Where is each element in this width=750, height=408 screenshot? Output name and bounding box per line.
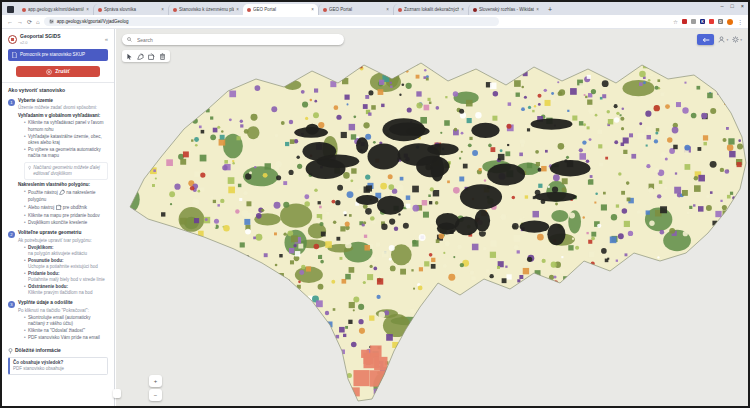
geological-map[interactable]: [116, 29, 750, 408]
cancel-button[interactable]: Zrušiť: [16, 66, 100, 77]
url-text: app.geology.sk/gportal/VyjadGeolog: [57, 19, 129, 24]
important-info-heading: Dôležité informácie: [8, 347, 108, 354]
bullet: PDF stanovisko Vám príde na email: [24, 335, 108, 341]
forward-icon[interactable]: →: [17, 19, 23, 25]
browser-tab-active[interactable]: GEO Portal ×: [243, 4, 318, 15]
tab-title: GEO Portal: [329, 7, 384, 12]
back-icon[interactable]: ←: [7, 19, 13, 25]
step-number: 3: [8, 301, 15, 308]
lightbulb-icon: [28, 165, 31, 171]
cancel-button-label: Zrušiť: [55, 68, 70, 75]
tab-close-icon[interactable]: ×: [386, 7, 389, 12]
draw-polygon-icon: [59, 189, 65, 197]
chevron-down-icon: ▾: [726, 38, 728, 42]
extension-icon[interactable]: D: [718, 19, 723, 24]
browser-menu-icon[interactable]: ⋮: [737, 18, 743, 25]
draw-toolbar: [122, 50, 170, 62]
tab-favicon: [323, 8, 327, 12]
extension-icon[interactable]: [691, 19, 696, 24]
map-canvas[interactable]: ▾ ▾ + −: [116, 29, 748, 406]
profile-avatar[interactable]: [727, 19, 733, 25]
draw-polygon-tool-icon[interactable]: [136, 52, 145, 61]
collapse-sidebar-icon[interactable]: «: [105, 35, 108, 43]
home-icon[interactable]: ⌂: [36, 19, 40, 25]
settings-menu[interactable]: ▾: [732, 36, 742, 43]
user-menu[interactable]: ▾: [718, 36, 728, 43]
extension-icon[interactable]: [709, 19, 714, 24]
important-info-label: Dôležité informácie: [15, 347, 61, 354]
step2-items: Dvojklikom:na polygón aktivujete editáci…: [18, 245, 105, 297]
address-toolbar: ← → ⟳ ⌂ app.geology.sk/gportal/VyjadGeol…: [2, 15, 748, 29]
tab-close-icon[interactable]: ×: [86, 7, 89, 12]
edit-item: Odstránenie bodu:Kliknite pravým tlačidl…: [24, 284, 105, 296]
arrow-left-icon: [702, 37, 710, 43]
gear-icon: [732, 36, 739, 43]
browser-tab[interactable]: Slovenský rozhlas - Wikidata ×: [468, 4, 543, 15]
draw-rectangle-tool-icon[interactable]: [147, 52, 156, 61]
new-tab-button[interactable]: +: [548, 6, 552, 13]
browser-actions: ☆ K D ⋮: [673, 18, 743, 25]
zoom-control: + −: [149, 375, 162, 401]
edit-item: Posunutie bodu:Uchopte a potiahnite exis…: [24, 258, 105, 270]
map-search[interactable]: [122, 34, 344, 45]
browser-tab[interactable]: Správa slovníka ×: [93, 4, 168, 15]
method2-bullets: Použite nástroj na nakreslenie polygónu …: [18, 189, 108, 226]
address-bar[interactable]: app.geology.sk/gportal/VyjadGeolog: [44, 17, 499, 26]
partial-control-button[interactable]: [113, 389, 121, 398]
bullet: Kliknite na "Odoslať žiadosť": [24, 328, 108, 334]
step-intro: Ak potrebujete upraviť tvar polygónu:: [18, 238, 105, 244]
bullet: Kliknite na vyhľadávací panel v ľavom ho…: [24, 120, 108, 132]
tab-favicon: [247, 8, 251, 12]
tab-title: Slovenský rozhlas - Wikidata: [479, 7, 534, 12]
extension-icon[interactable]: K: [700, 19, 705, 24]
result-info-box: Čo obsahuje výsledok? PDF stanovisko obs…: [8, 357, 108, 375]
window-icon: [7, 6, 14, 13]
helper-banner[interactable]: Pomocník pre stanovisko SKUP: [8, 49, 108, 61]
window-controls: – □ ×: [720, 3, 744, 9]
delete-tool-icon[interactable]: [158, 52, 167, 61]
browser-tab[interactable]: GEO Portal ×: [318, 4, 393, 15]
search-input[interactable]: [135, 36, 339, 44]
help-sidebar: Geoportal SGIDS v2.0 « Pomocník pre stan…: [2, 29, 115, 406]
divider: [2, 82, 114, 83]
browser-tab[interactable]: Stanovisko k územnému plánu ×: [168, 4, 243, 15]
tab-close-icon[interactable]: ×: [536, 7, 539, 12]
tab-title: GEO Portal: [253, 7, 309, 12]
close-button[interactable]: ×: [741, 3, 744, 9]
tab-favicon: [173, 8, 177, 12]
zoom-in-button[interactable]: +: [149, 375, 162, 387]
tab-close-icon[interactable]: ×: [161, 7, 164, 12]
maximize-button[interactable]: □: [730, 3, 733, 9]
step-title: Voliteľne upravte geometriu: [18, 230, 105, 236]
panel-toggle-button[interactable]: [697, 34, 714, 45]
tab-close-icon[interactable]: ×: [236, 7, 239, 12]
step-intro: Územie môžete zadať dvomi spôsobmi:: [18, 105, 108, 111]
tab-title: app.geology.sk/mnt/dekami/ch: [28, 7, 84, 12]
tab-close-icon[interactable]: ×: [461, 7, 464, 12]
document-icon: [12, 52, 17, 58]
select-tool-icon[interactable]: [125, 52, 134, 61]
browser-tab[interactable]: Zoznam lokalít dekoračných k ×: [393, 4, 468, 15]
browser-tab[interactable]: app.geology.sk/mnt/dekami/ch ×: [18, 4, 93, 15]
step-title: Vyplňte údaje a odošlite: [18, 300, 108, 306]
step-3: 3 Vyplňte údaje a odošlite Po kliknutí n…: [8, 300, 108, 341]
zoom-out-button[interactable]: −: [149, 389, 162, 401]
app-logo: [8, 35, 17, 44]
howto-title: Ako vytvoriť stanovisko: [8, 87, 108, 94]
tab-favicon: [473, 8, 477, 12]
app-title: Geoportal SGIDS: [20, 33, 61, 40]
extension-icon[interactable]: [682, 19, 687, 24]
search-icon: [127, 37, 132, 42]
tab-close-icon[interactable]: ×: [311, 7, 314, 12]
site-settings-icon[interactable]: [49, 19, 54, 24]
bullet-text: pre obdĺžnik: [63, 205, 87, 210]
reload-icon[interactable]: ⟳: [27, 18, 32, 25]
lightbulb-icon: [8, 348, 13, 354]
step3-bullets: Skontrolujte email (automaticky načítaný…: [18, 315, 108, 341]
minimize-button[interactable]: –: [720, 3, 723, 9]
user-icon: [718, 36, 725, 43]
step-intro: Po kliknutí na tlačidlo "Pokračovať":: [18, 308, 108, 314]
bookmark-star-icon[interactable]: ☆: [673, 19, 678, 25]
tab-favicon: [98, 8, 102, 12]
method1-bullets: Kliknite na vyhľadávací panel v ľavom ho…: [18, 120, 108, 158]
